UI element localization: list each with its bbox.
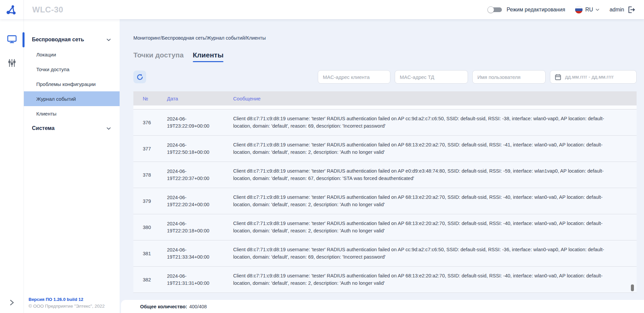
sidebar-item-label: Локации bbox=[24, 52, 56, 57]
app-window: WLC-30 Режим редактирования RU bbox=[0, 0, 644, 313]
row-message: Client d8:c7:71:c9:d8:19 username: 'test… bbox=[233, 272, 637, 286]
client-mac-input[interactable] bbox=[318, 70, 390, 84]
sidebar-collapse-button[interactable] bbox=[0, 300, 24, 306]
table-row: 380 2024-06-19T22:20:18+00:00 Client d8:… bbox=[133, 214, 637, 240]
table-header-row: № Дата Сообщение bbox=[133, 91, 637, 105]
refresh-icon bbox=[136, 74, 143, 81]
sidebar-item-event-log[interactable]: Журнал событий bbox=[24, 91, 120, 106]
total-count-value: 400/408 bbox=[189, 304, 207, 309]
user-menu: admin bbox=[609, 6, 635, 13]
sidebar-item-label: Точки доступа bbox=[24, 66, 70, 72]
settings-section-icon[interactable] bbox=[0, 55, 24, 70]
logout-icon[interactable] bbox=[628, 6, 635, 13]
row-message: Client d8:c7:71:c9:d8:19 username: 'test… bbox=[233, 220, 637, 234]
body-layout: Беспроводная сеть Локации Точки доступа … bbox=[0, 19, 644, 313]
event-log-table: № Дата Сообщение 376 2024-06-19T23:22:09… bbox=[133, 91, 637, 293]
row-message: Client d8:c7:71:c9:d8:19 username: 'test… bbox=[233, 168, 637, 182]
sidebar-item-label: Проблемы конфигурации bbox=[24, 81, 96, 87]
top-bar: WLC-30 Режим редактирования RU bbox=[0, 0, 644, 19]
row-num: 380 bbox=[133, 225, 167, 230]
row-date: 2024-06-19T21:33:34+00:00 bbox=[167, 247, 220, 260]
username-input[interactable] bbox=[472, 70, 546, 84]
row-num: 376 bbox=[133, 120, 167, 125]
row-date: 2024-06-19T22:20:37+00:00 bbox=[167, 168, 220, 182]
ap-mac-input[interactable] bbox=[395, 70, 468, 84]
sidebar-item-locations[interactable]: Локации bbox=[24, 47, 120, 62]
toggle-knob bbox=[487, 6, 494, 13]
edit-mode-toggle[interactable] bbox=[487, 6, 503, 14]
active-section-indicator bbox=[23, 32, 25, 47]
breadcrumb: Мониторинг/Беспроводная сеть/Журнал собы… bbox=[133, 35, 637, 41]
filter-toolbar bbox=[133, 70, 637, 84]
row-date: 2024-06-19T22:50:18+00:00 bbox=[167, 142, 220, 155]
total-count-label: Общее количество: bbox=[140, 304, 187, 309]
row-num: 378 bbox=[133, 172, 167, 178]
sidebar-nav: Беспроводная сеть Локации Точки доступа … bbox=[24, 19, 120, 313]
firmware-version-link[interactable]: Версия ПО 1.26.0 build 12 bbox=[29, 297, 105, 302]
row-date: 2024-06-19T22:20:24+00:00 bbox=[167, 194, 220, 208]
row-num: 377 bbox=[133, 146, 167, 151]
eltex-logo bbox=[0, 0, 24, 19]
username-label: admin bbox=[609, 7, 624, 13]
filter-inputs bbox=[318, 70, 637, 84]
date-range-input[interactable] bbox=[565, 74, 632, 80]
page-title: WLC-30 bbox=[32, 5, 63, 14]
sidebar-item-label: Журнал событий bbox=[24, 96, 76, 102]
table-row: 377 2024-06-19T22:50:18+00:00 Client d8:… bbox=[133, 136, 637, 162]
eltex-logo-icon bbox=[6, 4, 17, 15]
table-row: 378 2024-06-19T22:20:37+00:00 Client d8:… bbox=[133, 162, 637, 188]
date-range-field[interactable] bbox=[550, 70, 637, 84]
sidebar-item-config-problems[interactable]: Проблемы конфигурации bbox=[24, 77, 120, 91]
copyright-text: © ООО Предприятие "Элтекс", 2022 bbox=[29, 304, 105, 309]
icon-rail bbox=[0, 19, 24, 313]
calendar-icon bbox=[555, 74, 561, 81]
language-selector[interactable]: RU bbox=[575, 6, 599, 13]
table-row: 381 2024-06-19T21:33:34+00:00 Client d8:… bbox=[133, 240, 637, 267]
row-message: Client d8:c7:71:c9:d8:19 username: 'test… bbox=[233, 115, 637, 129]
row-message: Client d8:c7:71:c9:d8:19 username: 'test… bbox=[233, 246, 637, 260]
event-table-body: 376 2024-06-19T23:22:09+00:00 Client d8:… bbox=[133, 109, 637, 293]
total-count-bar: Общее количество: 400/408 bbox=[121, 300, 644, 313]
refresh-button[interactable] bbox=[133, 71, 146, 83]
chevron-down-icon bbox=[106, 127, 111, 130]
sidebar-group-label: Беспроводная сеть bbox=[24, 37, 84, 43]
main-content: Мониторинг/Беспроводная сеть/Журнал собы… bbox=[120, 19, 644, 313]
sidebar-group-wireless[interactable]: Беспроводная сеть bbox=[24, 32, 120, 47]
table-row: 382 2024-06-19T21:31:31+00:00 Client d8:… bbox=[133, 267, 637, 293]
tab-bar: Точки доступа Клиенты bbox=[133, 51, 637, 62]
topbar-actions: Режим редактирования RU admin bbox=[487, 6, 644, 14]
sidebar-group-label: Система bbox=[24, 125, 54, 131]
row-num: 379 bbox=[133, 198, 167, 204]
table-row: 376 2024-06-19T23:22:09+00:00 Client d8:… bbox=[133, 109, 637, 136]
russian-flag-icon bbox=[575, 6, 583, 13]
table-row: 379 2024-06-19T22:20:24+00:00 Client d8:… bbox=[133, 188, 637, 214]
sidebar-group-system[interactable]: Система bbox=[24, 121, 120, 136]
column-header-message: Сообщение bbox=[233, 96, 637, 101]
sidebar-item-access-points[interactable]: Точки доступа bbox=[24, 62, 120, 77]
partial-row bbox=[133, 105, 637, 109]
tab-clients[interactable]: Клиенты bbox=[193, 51, 224, 62]
column-header-number: № bbox=[133, 96, 167, 101]
row-date: 2024-06-19T23:22:09+00:00 bbox=[167, 116, 220, 129]
tab-access-points[interactable]: Точки доступа bbox=[133, 51, 184, 62]
sidebar-item-label: Клиенты bbox=[24, 111, 56, 117]
row-message: Client d8:c7:71:c9:d8:19 username: 'test… bbox=[233, 194, 637, 208]
chevron-down-icon bbox=[106, 38, 111, 41]
row-num: 382 bbox=[133, 277, 167, 282]
row-date: 2024-06-19T21:31:31+00:00 bbox=[167, 273, 220, 286]
column-header-date: Дата bbox=[167, 96, 233, 101]
vertical-scrollbar-thumb[interactable] bbox=[631, 284, 634, 291]
sidebar-item-clients[interactable]: Клиенты bbox=[24, 106, 120, 121]
edit-mode-label: Режим редактирования bbox=[507, 7, 565, 13]
language-code: RU bbox=[585, 7, 593, 13]
monitoring-section-icon[interactable] bbox=[0, 32, 24, 47]
row-num: 381 bbox=[133, 251, 167, 256]
edit-mode-control: Режим редактирования bbox=[487, 6, 565, 14]
row-message: Client d8:c7:71:c9:d8:19 username: 'test… bbox=[233, 141, 637, 155]
row-date: 2024-06-19T22:20:18+00:00 bbox=[167, 220, 220, 234]
chevron-down-icon bbox=[596, 8, 599, 11]
sidebar-footer: Версия ПО 1.26.0 build 12 © ООО Предприя… bbox=[29, 297, 105, 309]
